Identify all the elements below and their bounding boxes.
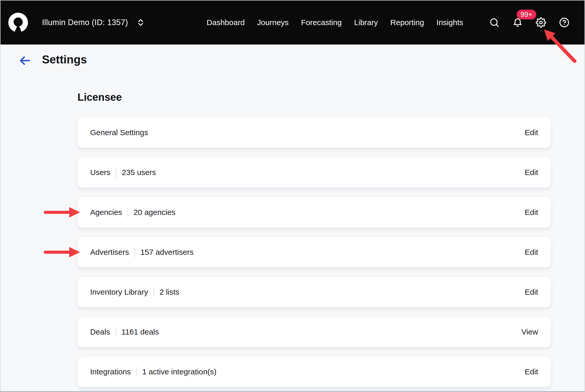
settings-row-deals: Deals 1161 deals View [77, 317, 551, 347]
back-button[interactable] [18, 54, 32, 67]
settings-row-users: Users 235 users Edit [77, 157, 551, 188]
divider [116, 167, 116, 178]
row-label: Deals [90, 328, 110, 336]
annotation-arrow-to-advertisers [44, 246, 80, 258]
help-button[interactable] [559, 17, 569, 28]
edit-inventory-library-button[interactable]: Edit [525, 288, 538, 296]
edit-advertisers-button[interactable]: Edit [525, 248, 538, 257]
divider [127, 207, 128, 217]
annotation-arrow-to-agencies [44, 207, 80, 218]
row-label: General Settings [90, 128, 148, 137]
view-deals-button[interactable]: View [522, 328, 538, 336]
section-title-licensee: Licensee [77, 91, 122, 103]
settings-row-inventory-library: Inventory Library 2 lists Edit [77, 277, 551, 307]
edit-general-settings-button[interactable]: Edit [525, 128, 538, 137]
row-label: Agencies [90, 208, 122, 217]
divider [116, 327, 116, 337]
row-value: 157 advertisers [140, 248, 194, 257]
nav-item-journeys[interactable]: Journeys [257, 18, 289, 27]
search-icon [489, 17, 500, 28]
settings-button[interactable] [536, 17, 546, 28]
notification-count-badge: 99+ [517, 10, 536, 19]
edit-agencies-button[interactable]: Edit [525, 208, 538, 217]
main-nav: Dashboard Journeys Forecasting Library R… [207, 18, 463, 27]
row-value: 235 users [122, 168, 156, 177]
settings-row-advertisers: Advertisers 157 advertisers Edit [77, 237, 551, 267]
search-button[interactable] [489, 17, 500, 28]
nav-item-reporting[interactable]: Reporting [390, 18, 424, 27]
nav-item-forecasting[interactable]: Forecasting [301, 18, 342, 27]
edit-users-button[interactable]: Edit [525, 168, 538, 177]
divider [134, 247, 135, 257]
help-icon [559, 17, 569, 28]
notifications-button[interactable]: 99+ [512, 17, 523, 28]
divider [136, 367, 137, 377]
row-value: 1161 deals [122, 328, 159, 336]
row-label: Users [90, 168, 110, 177]
arrow-left-icon [18, 54, 32, 67]
nav-item-dashboard[interactable]: Dashboard [207, 18, 245, 27]
row-value: 1 active integration(s) [142, 367, 217, 376]
divider [153, 287, 154, 297]
row-label: Advertisers [90, 248, 129, 257]
licensee-switcher[interactable]: Illumin Demo (ID: 1357) [8, 13, 145, 32]
settings-row-agencies: Agencies 20 agencies Edit [77, 197, 551, 228]
settings-row-general: General Settings Edit [77, 117, 551, 148]
gear-icon [536, 17, 546, 28]
row-value: 20 agencies [133, 208, 175, 217]
unfold-chevrons-icon [136, 18, 145, 27]
row-value: 2 lists [159, 288, 179, 296]
nav-item-library[interactable]: Library [354, 18, 378, 27]
edit-integrations-button[interactable]: Edit [525, 367, 538, 376]
top-navigation-bar: Illumin Demo (ID: 1357) Dashboard Journe… [1, 1, 584, 45]
row-label: Integrations [90, 367, 131, 376]
settings-page: Illumin Demo (ID: 1357) Dashboard Journe… [0, 0, 585, 392]
page-title: Settings [42, 53, 87, 66]
illumin-logo-icon [8, 13, 28, 32]
settings-row-integrations: Integrations 1 active integration(s) Edi… [77, 357, 551, 387]
topbar-icons: 99+ [489, 17, 569, 28]
row-label: Inventory Library [90, 288, 148, 296]
licensee-name: Illumin Demo (ID: 1357) [42, 18, 128, 27]
nav-item-insights[interactable]: Insights [437, 18, 463, 27]
